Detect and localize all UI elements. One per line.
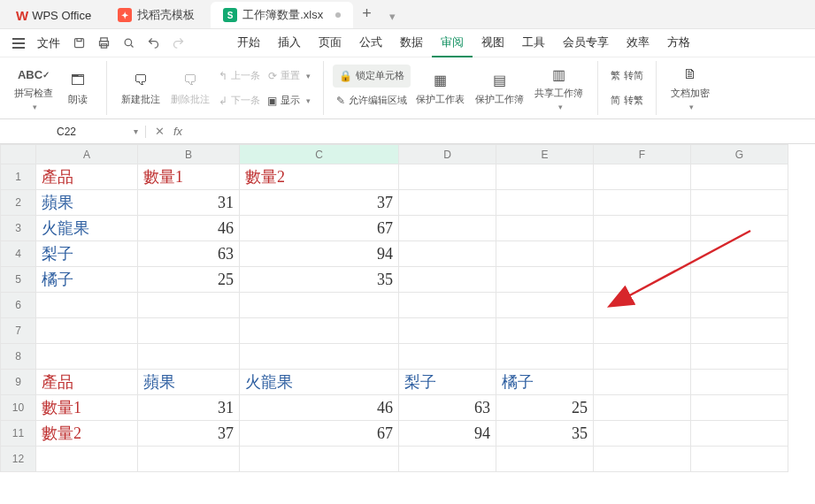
col-header-A[interactable]: A — [36, 145, 138, 164]
cell-E6[interactable] — [496, 293, 594, 318]
new-tab-button[interactable]: + — [353, 0, 381, 28]
cell-D1[interactable] — [399, 164, 496, 190]
col-header-C[interactable]: C — [240, 145, 399, 164]
select-all-corner[interactable] — [1, 145, 36, 164]
cell-F10[interactable] — [594, 395, 691, 421]
cell-G11[interactable] — [691, 421, 788, 447]
protect-sheet-button[interactable]: ▦保护工作表 — [411, 69, 470, 108]
prev-comment-button[interactable]: ↰上一条 — [215, 65, 264, 88]
spellcheck-button[interactable]: ABC✓拼写检查 — [9, 63, 58, 113]
cell-D9[interactable]: 梨子 — [399, 370, 496, 395]
row-header-11[interactable]: 11 — [1, 421, 36, 447]
cell-E10[interactable]: 25 — [496, 395, 594, 421]
cell-A5[interactable]: 橘子 — [36, 267, 138, 293]
cell-C12[interactable] — [240, 447, 399, 472]
cell-F1[interactable] — [594, 164, 691, 190]
name-box[interactable]: C22▾ — [0, 126, 146, 138]
cell-G8[interactable] — [691, 344, 788, 370]
menu-开始[interactable]: 开始 — [228, 29, 269, 57]
cell-D10[interactable]: 63 — [399, 395, 496, 421]
menu-方格[interactable]: 方格 — [658, 29, 699, 57]
cell-E8[interactable] — [496, 344, 594, 370]
cell-D2[interactable] — [399, 190, 496, 216]
col-header-D[interactable]: D — [399, 145, 496, 164]
cell-E1[interactable] — [496, 164, 594, 190]
cell-B9[interactable]: 蘋果 — [138, 370, 240, 395]
quick-redo-icon[interactable] — [166, 32, 189, 55]
spreadsheet-grid[interactable]: ABCDEFG1產品數量1數量22蘋果31373火龍果46674梨子63945橘… — [0, 144, 815, 472]
tab-template-store[interactable]: ✦ 找稻壳模板 — [105, 2, 207, 28]
cell-G6[interactable] — [691, 293, 788, 318]
hamburger-icon[interactable] — [7, 34, 30, 52]
menu-公式[interactable]: 公式 — [350, 29, 391, 57]
cell-B8[interactable] — [138, 344, 240, 370]
menu-效率[interactable]: 效率 — [618, 29, 658, 57]
file-menu[interactable]: 文件 — [32, 32, 65, 55]
row-header-6[interactable]: 6 — [1, 293, 36, 318]
encrypt-button[interactable]: 🗎文档加密 — [665, 63, 715, 113]
app-tab[interactable]: W WPS Office — [5, 3, 102, 28]
allow-edit-area-button[interactable]: ✎允许编辑区域 — [333, 89, 411, 112]
cell-F6[interactable] — [594, 293, 691, 318]
cell-B2[interactable]: 31 — [138, 190, 240, 216]
quick-preview-icon[interactable] — [117, 32, 140, 55]
quick-undo-icon[interactable] — [142, 32, 165, 55]
cell-F11[interactable] — [594, 421, 691, 447]
cell-A4[interactable]: 梨子 — [36, 241, 138, 267]
cell-E12[interactable] — [496, 447, 594, 472]
lock-cell-button[interactable]: 🔒锁定单元格 — [333, 65, 411, 88]
cell-G7[interactable] — [691, 318, 788, 344]
quick-save-icon[interactable] — [67, 32, 90, 55]
row-header-4[interactable]: 4 — [1, 241, 36, 267]
cell-G12[interactable] — [691, 447, 788, 472]
col-header-G[interactable]: G — [691, 145, 788, 164]
cell-A10[interactable]: 數量1 — [36, 395, 138, 421]
cell-E5[interactable] — [496, 267, 594, 293]
cell-F5[interactable] — [594, 267, 691, 293]
cell-F9[interactable] — [594, 370, 691, 395]
to-simplified-button[interactable]: 繁转简 — [607, 65, 647, 88]
tab-menu-button[interactable]: ▾ — [381, 4, 404, 28]
cell-C2[interactable]: 37 — [240, 190, 399, 216]
cell-C11[interactable]: 67 — [240, 421, 399, 447]
row-header-2[interactable]: 2 — [1, 190, 36, 216]
cell-G10[interactable] — [691, 395, 788, 421]
to-traditional-button[interactable]: 简转繁 — [607, 89, 647, 112]
cell-B5[interactable]: 25 — [138, 267, 240, 293]
cell-C1[interactable]: 數量2 — [240, 164, 399, 190]
cell-E2[interactable] — [496, 190, 594, 216]
share-book-button[interactable]: ▥共享工作簿 — [529, 63, 588, 113]
cell-F3[interactable] — [594, 216, 691, 241]
cell-C8[interactable] — [240, 344, 399, 370]
cell-G4[interactable] — [691, 241, 788, 267]
cell-F8[interactable] — [594, 344, 691, 370]
col-header-B[interactable]: B — [138, 145, 240, 164]
cell-B1[interactable]: 數量1 — [138, 164, 240, 190]
cell-C3[interactable]: 67 — [240, 216, 399, 241]
cell-A2[interactable]: 蘋果 — [36, 190, 138, 216]
row-header-5[interactable]: 5 — [1, 267, 36, 293]
cell-D8[interactable] — [399, 344, 496, 370]
cell-G2[interactable] — [691, 190, 788, 216]
row-header-7[interactable]: 7 — [1, 318, 36, 344]
cell-C7[interactable] — [240, 318, 399, 344]
cell-G5[interactable] — [691, 267, 788, 293]
cell-E4[interactable] — [496, 241, 594, 267]
cell-A1[interactable]: 產品 — [36, 164, 138, 190]
cell-F2[interactable] — [594, 190, 691, 216]
new-comment-button[interactable]: 🗨新建批注 — [116, 69, 165, 108]
cell-B10[interactable]: 31 — [138, 395, 240, 421]
cell-C10[interactable]: 46 — [240, 395, 399, 421]
quick-print-icon[interactable] — [92, 32, 115, 55]
cancel-formula-icon[interactable]: ✕ — [155, 125, 165, 138]
cell-A11[interactable]: 數量2 — [36, 421, 138, 447]
cell-D4[interactable] — [399, 241, 496, 267]
cell-A9[interactable]: 產品 — [36, 370, 138, 395]
cell-E9[interactable]: 橘子 — [496, 370, 594, 395]
cell-G9[interactable] — [691, 370, 788, 395]
cell-E3[interactable] — [496, 216, 594, 241]
row-header-9[interactable]: 9 — [1, 370, 36, 395]
cell-E7[interactable] — [496, 318, 594, 344]
menu-视图[interactable]: 视图 — [473, 29, 513, 57]
row-header-10[interactable]: 10 — [1, 395, 36, 421]
